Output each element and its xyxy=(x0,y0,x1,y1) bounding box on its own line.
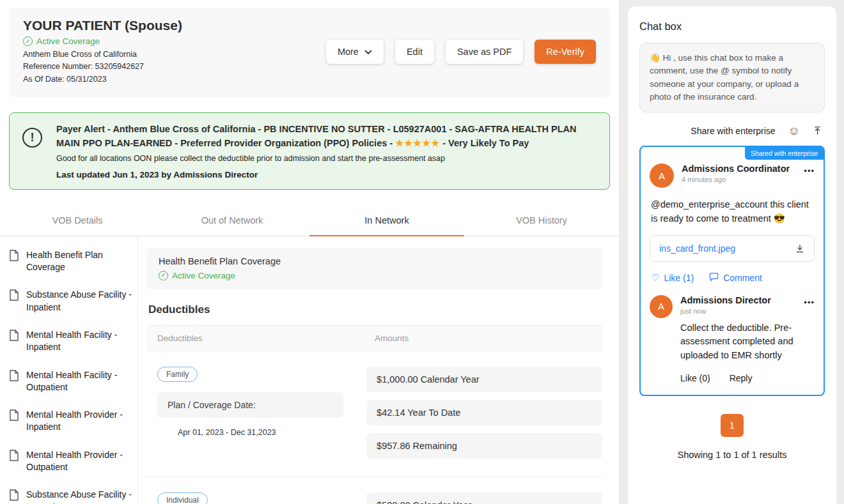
payer-alert-body: Payer Alert - Anthem Blue Cross of Calif… xyxy=(56,123,597,179)
comment-timestamp: 4 minutes ago xyxy=(682,176,796,183)
comment-author: Admissions Coordinator xyxy=(682,164,796,174)
plan-coverage-date-label: Plan / Coverage Date: xyxy=(157,392,343,418)
benefit-coverage-status: ✓ Active Coverage xyxy=(159,271,591,280)
comment-button[interactable]: Comment xyxy=(709,272,762,284)
attachment-link[interactable]: ins_card_front.jpeg xyxy=(659,243,735,254)
document-icon xyxy=(9,289,19,304)
comment-button-label: Comment xyxy=(723,273,762,283)
heart-icon: ♡ xyxy=(651,273,659,282)
section-title-deductibles: Deductibles xyxy=(148,303,602,316)
like-button[interactable]: ♡ Like (1) xyxy=(651,272,694,284)
insurer-name: Anthem Blue Cross of California xyxy=(23,49,182,61)
check-circle-icon: ✓ xyxy=(159,271,168,280)
deductible-group-individual: Individual Plan / Coverage Date: $500.00… xyxy=(147,477,602,504)
comment-text: @demo_enterprise_account this client is … xyxy=(651,198,813,226)
reply-button[interactable]: Reply xyxy=(730,373,753,383)
reply-text: Collect the deductible. Pre-assessment c… xyxy=(680,321,815,363)
patient-header-card: YOUR PATIENT (Spouse) ✓ Active Coverage … xyxy=(9,8,610,97)
payer-alert-verdict: - Very Likely To Pay xyxy=(440,138,529,148)
comment-actions: ♡ Like (1) Comment xyxy=(651,272,813,284)
chat-panel: Chat box 👋 Hi , use this chat box to mak… xyxy=(628,6,836,504)
plan-coverage-date-value: Apr 01, 2023 - Dec 31,2023 xyxy=(178,428,343,437)
tab-vob-history[interactable]: VOB History xyxy=(464,206,619,236)
column-header-deductibles: Deductibles xyxy=(157,333,375,343)
comment-card: Shared with enterprise A Admissions Coor… xyxy=(639,146,825,396)
warning-icon: ! xyxy=(22,128,42,148)
level-chip: Family xyxy=(157,367,198,382)
payer-alert: ! Payer Alert - Anthem Blue Cross of Cal… xyxy=(9,112,610,190)
coverage-status: ✓ Active Coverage xyxy=(23,36,182,46)
sidebar-item-label: Mental Health Facility - Inpatient xyxy=(26,329,132,354)
check-circle-icon: ✓ xyxy=(23,36,33,46)
chevron-down-icon xyxy=(364,47,372,57)
upload-icon[interactable] xyxy=(813,126,822,136)
reply-header: Admissions Director just now ••• xyxy=(680,295,815,315)
deductibles-table-header: Deductibles Amounts xyxy=(147,325,602,351)
payer-alert-updated: Last updated Jun 1, 2023 by Admissions D… xyxy=(56,170,597,179)
payer-alert-note: Good for all locations OON please collec… xyxy=(56,154,597,163)
reply-menu-icon[interactable]: ••• xyxy=(804,298,815,315)
sidebar-item-label: Mental Health Provider - Outpatient xyxy=(26,449,132,474)
header-actions: More Edit Save as PDF Re-Verify xyxy=(326,40,596,64)
sidebar-item-health-benefit-plan-coverage[interactable]: Health Benefit Plan Coverage xyxy=(0,241,137,282)
comment-bubble-icon xyxy=(709,272,719,284)
reply-meta: Admissions Director just now xyxy=(680,295,804,315)
tab-out-of-network[interactable]: Out of Network xyxy=(155,206,309,236)
document-icon xyxy=(9,330,19,344)
sidebar-item-mh-provider-outpatient[interactable]: Mental Health Provider - Outpatient xyxy=(0,441,137,482)
pagination: 1 xyxy=(639,414,825,437)
document-icon xyxy=(9,489,19,504)
shared-with-enterprise-badge: Shared with enterprise xyxy=(745,147,824,160)
benefit-detail: Health Benefit Plan Coverage ✓ Active Co… xyxy=(138,236,619,504)
amount-calendar-year: $500.00 Calendar Year xyxy=(366,493,602,504)
deductible-group-info: Individual Plan / Coverage Date: xyxy=(157,493,366,504)
page: YOUR PATIENT (Spouse) ✓ Active Coverage … xyxy=(0,0,844,504)
sidebar-item-sa-facility-outpatient[interactable]: Substance Abuse Facility - Outpatient xyxy=(0,481,137,504)
save-as-pdf-button[interactable]: Save as PDF xyxy=(446,40,523,64)
avatar: A xyxy=(650,164,674,188)
share-with-enterprise-label[interactable]: Share with enterprise xyxy=(691,126,775,136)
more-button-label: More xyxy=(338,47,359,57)
amount-calendar-year: $1,000.00 Calendar Year xyxy=(366,367,602,392)
benefit-category-list: Health Benefit Plan Coverage Substance A… xyxy=(0,236,138,504)
reply-like-button[interactable]: Like (0) xyxy=(680,373,710,383)
share-row: Share with enterprise ☺ xyxy=(642,125,822,137)
deductible-group-info: Family Plan / Coverage Date: Apr 01, 202… xyxy=(157,367,366,459)
emoji-picker-icon[interactable]: ☺ xyxy=(788,125,800,137)
reply-actions: Like (0) Reply xyxy=(680,373,815,383)
comment-menu-icon[interactable]: ••• xyxy=(804,166,815,176)
reverify-button[interactable]: Re-Verify xyxy=(535,40,596,64)
sidebar-item-mh-provider-inpatient[interactable]: Mental Health Provider - Inpatient xyxy=(0,401,137,441)
document-icon xyxy=(9,370,19,385)
level-chip: Individual xyxy=(157,493,208,504)
reply-body: Admissions Director just now ••• Collect… xyxy=(680,295,815,383)
edit-button[interactable]: Edit xyxy=(395,40,434,64)
sidebar-item-label: Health Benefit Plan Coverage xyxy=(26,249,132,274)
document-icon xyxy=(9,409,19,424)
chat-panel-wrap: Chat box 👋 Hi , use this chat box to mak… xyxy=(619,0,844,504)
sidebar-item-mh-facility-outpatient[interactable]: Mental Health Facility - Outpatient xyxy=(0,362,137,402)
reply-timestamp: just now xyxy=(680,307,804,315)
coverage-status-label: Active Coverage xyxy=(36,36,100,46)
main-panel: YOUR PATIENT (Spouse) ✓ Active Coverage … xyxy=(0,0,619,504)
tab-in-network[interactable]: In Network xyxy=(309,206,464,236)
tab-vob-details[interactable]: VOB Details xyxy=(0,206,155,236)
like-button-label: Like (1) xyxy=(664,273,694,283)
benefit-detail-header: Health Benefit Plan Coverage ✓ Active Co… xyxy=(147,248,602,289)
benefit-detail-title: Health Benefit Plan Coverage xyxy=(159,256,591,266)
patient-title: YOUR PATIENT (Spouse) xyxy=(23,18,182,33)
benefit-coverage-status-label: Active Coverage xyxy=(172,271,235,280)
chat-title: Chat box xyxy=(639,20,825,33)
more-button[interactable]: More xyxy=(326,40,384,64)
star-rating-icon: ★★★★★ xyxy=(395,138,440,148)
page-1-button[interactable]: 1 xyxy=(721,414,744,437)
deductible-group-family: Family Plan / Coverage Date: Apr 01, 202… xyxy=(147,351,602,462)
as-of-date: As Of Date: 05/31/2023 xyxy=(23,73,182,86)
reply-item: A Admissions Director just now ••• Colle… xyxy=(650,295,815,383)
comment-header: A Admissions Coordinator 4 minutes ago •… xyxy=(650,164,815,188)
sidebar-item-label: Substance Abuse Facility - Outpatient xyxy=(26,489,132,504)
download-icon[interactable] xyxy=(795,243,805,254)
sidebar-item-mh-facility-inpatient[interactable]: Mental Health Facility - Inpatient xyxy=(0,321,137,362)
column-header-amounts: Amounts xyxy=(375,333,592,343)
sidebar-item-sa-facility-inpatient[interactable]: Substance Abuse Facility - Inpatient xyxy=(0,281,137,321)
